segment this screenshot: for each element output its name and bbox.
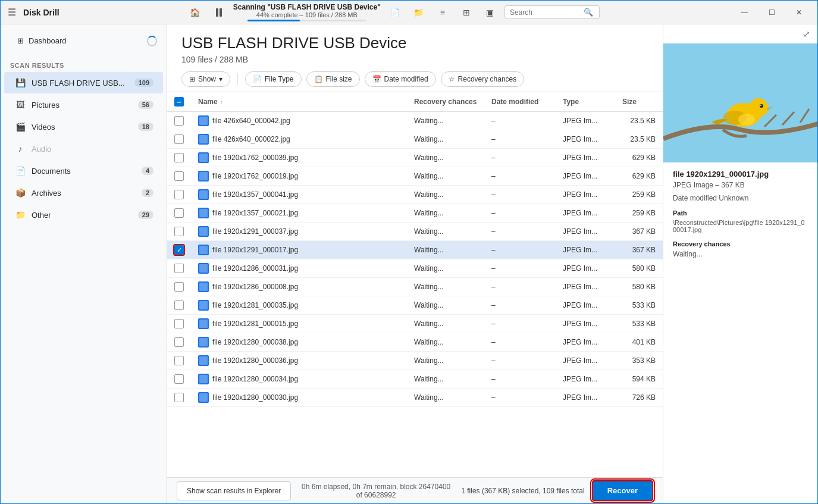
select-all-checkbox[interactable]: [174, 97, 184, 107]
row-checkbox-15[interactable]: [174, 393, 184, 402]
row-checkbox-11[interactable]: [174, 319, 184, 328]
grid-icon-btn[interactable]: ⊞: [457, 4, 476, 21]
show-explorer-button[interactable]: Show scan results in Explorer: [177, 481, 291, 500]
row-checkbox-1[interactable]: [174, 134, 184, 144]
row-checkbox-cell-0[interactable]: [167, 112, 191, 130]
file-type-button[interactable]: 📄 File Type: [245, 71, 301, 87]
row-checkbox-13[interactable]: [174, 356, 184, 365]
minimize-button[interactable]: —: [731, 3, 758, 22]
sidebar-item-audio[interactable]: ♪Audio: [4, 138, 163, 159]
sidebar-item-pictures[interactable]: 🖼Pictures56: [4, 94, 163, 115]
row-checkbox-cell-14[interactable]: [167, 370, 191, 389]
file-icon-8: [198, 263, 209, 274]
sidebar-item-other[interactable]: 📁Other29: [4, 204, 163, 226]
row-checkbox-cell-2[interactable]: [167, 149, 191, 167]
table-header: Name ↑ Recovery chances Date modified: [167, 92, 663, 112]
sidebar-item-usb[interactable]: 💾USB FLASH DRIVE USB...109: [4, 72, 163, 93]
row-checkbox-2[interactable]: [174, 153, 184, 162]
row-checkbox-cell-4[interactable]: [167, 186, 191, 204]
row-checkbox-5[interactable]: [174, 208, 184, 218]
table-row[interactable]: file 1920x1280_000038.jpgWaiting...–JPEG…: [167, 333, 663, 352]
row-recovery-13: Waiting...: [407, 352, 484, 370]
row-checkbox-12[interactable]: [174, 337, 184, 347]
maximize-button[interactable]: ☐: [758, 3, 785, 22]
preview-expand-button[interactable]: ⤢: [801, 27, 813, 41]
row-checkbox-4[interactable]: [174, 190, 184, 199]
row-checkbox-cell-9[interactable]: [167, 278, 191, 296]
folder-icon-btn[interactable]: 📁: [409, 4, 428, 21]
table-row[interactable]: file 1920x1286_000031.jpgWaiting...–JPEG…: [167, 259, 663, 278]
row-type-4: JPEG Im...: [556, 186, 615, 204]
type-column-header[interactable]: Type: [556, 92, 615, 112]
table-row[interactable]: file 1920x1357_000041.jpgWaiting...–JPEG…: [167, 186, 663, 204]
table-row[interactable]: file 1920x1762_000039.jpgWaiting...–JPEG…: [167, 149, 663, 167]
row-type-14: JPEG Im...: [556, 370, 615, 389]
row-checkbox-7[interactable]: [174, 245, 184, 255]
row-checkbox-cell-12[interactable]: [167, 333, 191, 352]
row-date-1: –: [484, 130, 556, 149]
file-name-text-10: file 1920x1281_000035.jpg: [212, 301, 298, 309]
row-name-8: file 1920x1286_000031.jpg: [191, 259, 407, 278]
app-window: ☰ Disk Drill 🏠 Scanning "USB FLASH DRIVE…: [0, 0, 818, 504]
row-checkbox-cell-10[interactable]: [167, 296, 191, 315]
date-modified-button[interactable]: 📅 Date modified: [365, 71, 436, 87]
row-checkbox-6[interactable]: [174, 227, 184, 236]
row-name-0: file 426x640_000042.jpg: [191, 112, 407, 130]
table-row[interactable]: file 1920x1291_000037.jpgWaiting...–JPEG…: [167, 223, 663, 241]
show-filter-button[interactable]: ⊞ Show ▾: [181, 71, 230, 87]
sidebar-item-videos[interactable]: 🎬Videos18: [4, 116, 163, 137]
table-row[interactable]: file 1920x1357_000021.jpgWaiting...–JPEG…: [167, 204, 663, 223]
search-input[interactable]: [510, 8, 581, 17]
pause-button[interactable]: [209, 4, 228, 21]
table-row[interactable]: file 1920x1291_000017.jpgWaiting...–JPEG…: [167, 241, 663, 259]
recovery-column-header[interactable]: Recovery chances: [407, 92, 484, 112]
row-size-5: 259 KB: [615, 204, 663, 223]
row-checkbox-cell-15[interactable]: [167, 389, 191, 407]
home-button[interactable]: 🏠: [186, 4, 205, 21]
row-checkbox-10[interactable]: [174, 300, 184, 310]
row-checkbox-cell-1[interactable]: [167, 130, 191, 149]
row-checkbox-8[interactable]: [174, 264, 184, 273]
name-column-header[interactable]: Name ↑: [191, 92, 407, 112]
file-icon-btn[interactable]: 📄: [386, 4, 405, 21]
table-row[interactable]: file 1920x1280_000030.jpgWaiting...–JPEG…: [167, 389, 663, 407]
row-checkbox-cell-13[interactable]: [167, 352, 191, 370]
size-column-header[interactable]: Size: [615, 92, 663, 112]
status-right: 1 files (367 KB) selected, 109 files tot…: [461, 480, 653, 501]
row-checkbox-14[interactable]: [174, 374, 184, 384]
row-checkbox-0[interactable]: [174, 116, 184, 126]
search-box[interactable]: 🔍: [504, 5, 600, 19]
row-checkbox-cell-11[interactable]: [167, 315, 191, 333]
row-checkbox-3[interactable]: [174, 171, 184, 181]
sidebar-item-archives-count: 2: [142, 189, 153, 197]
sidebar-item-documents[interactable]: 📄Documents4: [4, 160, 163, 181]
table-row[interactable]: file 426x640_000042.jpgWaiting...–JPEG I…: [167, 112, 663, 130]
row-checkbox-cell-3[interactable]: [167, 167, 191, 186]
row-checkbox-9[interactable]: [174, 282, 184, 292]
row-checkbox-cell-7[interactable]: [167, 241, 191, 259]
table-row[interactable]: file 1920x1280_000034.jpgWaiting...–JPEG…: [167, 370, 663, 389]
select-all-header[interactable]: [167, 92, 191, 112]
table-row[interactable]: file 1920x1281_000015.jpgWaiting...–JPEG…: [167, 315, 663, 333]
table-row[interactable]: file 426x640_000022.jpgWaiting...–JPEG I…: [167, 130, 663, 149]
row-date-14: –: [484, 370, 556, 389]
table-row[interactable]: file 1920x1762_000019.jpgWaiting...–JPEG…: [167, 167, 663, 186]
recover-button[interactable]: Recover: [592, 480, 653, 501]
table-row[interactable]: file 1920x1280_000036.jpgWaiting...–JPEG…: [167, 352, 663, 370]
row-checkbox-cell-5[interactable]: [167, 204, 191, 223]
table-row[interactable]: file 1920x1281_000035.jpgWaiting...–JPEG…: [167, 296, 663, 315]
close-button[interactable]: ✕: [785, 3, 813, 22]
file-size-button[interactable]: 📋 File size: [306, 71, 360, 87]
sidebar-item-archives[interactable]: 📦Archives2: [4, 182, 163, 204]
row-checkbox-cell-8[interactable]: [167, 259, 191, 278]
dashboard-button[interactable]: ⊞ Dashboard: [10, 32, 147, 50]
row-recovery-10: Waiting...: [407, 296, 484, 315]
recovery-chances-button[interactable]: ☆ Recovery chances: [441, 71, 525, 87]
row-checkbox-cell-6[interactable]: [167, 223, 191, 241]
panel-icon-btn[interactable]: ▣: [481, 4, 500, 21]
date-column-header[interactable]: Date modified: [484, 92, 556, 112]
list-icon-btn[interactable]: ≡: [433, 4, 452, 21]
sidebar-header: ⊞ Dashboard: [1, 24, 167, 57]
hamburger-menu[interactable]: ☰: [5, 4, 18, 20]
table-row[interactable]: file 1920x1286_000008.jpgWaiting...–JPEG…: [167, 278, 663, 296]
